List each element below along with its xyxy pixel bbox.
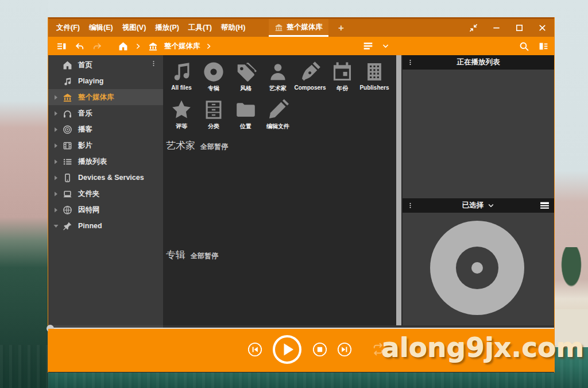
music-note-icon xyxy=(63,76,72,86)
menu-tools[interactable]: 工具(T) xyxy=(188,23,212,33)
redo-icon[interactable] xyxy=(92,41,102,51)
list-view-icon[interactable] xyxy=(540,201,550,210)
sidebar-item-music[interactable]: 音乐 xyxy=(48,105,163,121)
sidebar-item-pinned[interactable]: Pinned xyxy=(48,218,163,234)
drawers-icon xyxy=(203,99,225,121)
sidebar-item-video[interactable]: 影片 xyxy=(48,137,163,153)
expand-arrow-icon[interactable] xyxy=(52,142,60,149)
album-art-placeholder-disc xyxy=(430,221,524,315)
chevron-right-icon[interactable] xyxy=(206,43,212,49)
view-ratings[interactable]: 评等 xyxy=(165,99,198,130)
right-panel: 正在播放列表 已选择 xyxy=(403,55,554,325)
sidebar-item-playlists[interactable]: 播放列表 xyxy=(48,153,163,170)
laptop-icon xyxy=(63,189,72,199)
menu-file[interactable]: 文件(F) xyxy=(56,23,80,33)
view-classification[interactable]: 分类 xyxy=(198,99,230,130)
section-title: 艺术家 xyxy=(166,139,195,152)
bank-icon[interactable] xyxy=(148,41,158,51)
toolbar-left: 整个媒体库 xyxy=(53,37,215,55)
selected-artwork-panel xyxy=(403,213,554,325)
section-title: 专辑 xyxy=(166,248,185,262)
sidebar-toggle-icon[interactable] xyxy=(57,41,67,51)
app-window: 文件(F) 编辑(E) 视图(V) 播放(P) 工具(T) 帮助(H) 整个媒体… xyxy=(48,17,555,372)
toolbar-center xyxy=(363,37,389,55)
view-years[interactable]: 年份 xyxy=(326,61,358,93)
view-all-files[interactable]: All files xyxy=(165,61,198,93)
menu-play[interactable]: 播放(P) xyxy=(155,23,179,33)
menu-edit[interactable]: 编辑(E) xyxy=(89,23,113,33)
main-content: All files 专辑 风格 艺术家 xyxy=(163,55,396,325)
sidebar-item-devices[interactable]: Devices & Services xyxy=(48,170,163,186)
expand-arrow-icon[interactable] xyxy=(52,190,60,198)
skip-previous-icon[interactable] xyxy=(247,342,262,357)
home-icon xyxy=(63,60,72,70)
view-mode-icon[interactable] xyxy=(363,41,373,51)
sidebar-item-podcasts[interactable]: 播客 xyxy=(48,121,163,137)
sidebar-item-playing[interactable]: Playing xyxy=(48,73,163,89)
search-icon[interactable] xyxy=(519,41,529,51)
collapse-arrow-icon[interactable] xyxy=(52,222,60,230)
now-playing-title: 正在播放列表 xyxy=(457,57,500,67)
expand-arrow-icon[interactable] xyxy=(52,206,60,214)
view-albums[interactable]: 专辑 xyxy=(198,61,230,93)
bank-icon xyxy=(274,23,283,32)
panel-menu-icon[interactable] xyxy=(407,201,413,210)
now-playing-header: 正在播放列表 xyxy=(403,55,554,70)
undo-icon[interactable] xyxy=(75,41,84,51)
chevron-right-icon xyxy=(135,43,141,49)
breadcrumb-library[interactable]: 整个媒体库 xyxy=(164,41,200,51)
collapse-icon[interactable] xyxy=(469,24,478,32)
view-composers[interactable]: Composers xyxy=(294,61,326,93)
minimize-icon[interactable] xyxy=(492,24,501,32)
section-action-link[interactable]: 全部暂停 xyxy=(191,251,218,261)
skip-next-icon[interactable] xyxy=(337,342,352,357)
view-genres[interactable]: 风格 xyxy=(230,61,262,93)
view-location[interactable]: 位置 xyxy=(230,99,262,130)
view-publishers[interactable]: Publishers xyxy=(358,61,390,93)
sidebar-item-media-library[interactable]: 整个媒体库 xyxy=(48,89,163,105)
disc-center-dot xyxy=(471,262,483,274)
stop-icon[interactable] xyxy=(312,342,327,357)
playlist-icon xyxy=(63,157,72,167)
expand-arrow-icon[interactable] xyxy=(52,94,60,101)
expand-arrow-icon[interactable] xyxy=(52,126,60,133)
menu-bar: 文件(F) 编辑(E) 视图(V) 播放(P) 工具(T) 帮助(H) xyxy=(56,19,245,37)
title-bar: 文件(F) 编辑(E) 视图(V) 播放(P) 工具(T) 帮助(H) 整个媒体… xyxy=(48,17,554,37)
person-icon xyxy=(267,61,289,83)
wallpaper-left-strip xyxy=(0,0,48,388)
disc-icon xyxy=(203,61,225,83)
tags-icon xyxy=(235,61,257,83)
sidebar-item-internet[interactable]: 因特网 xyxy=(48,202,163,218)
expand-arrow-icon[interactable] xyxy=(52,174,60,182)
chevron-down-icon[interactable] xyxy=(382,43,389,50)
new-tab-button[interactable]: + xyxy=(335,19,347,37)
folder-icon xyxy=(235,99,257,121)
view-grid-row-2: 评等 分类 位置 编辑文件 xyxy=(165,99,294,130)
building-icon xyxy=(363,61,385,83)
calendar-icon xyxy=(331,61,353,83)
sidebar: 首页 Playing 整个媒体库 音乐 xyxy=(48,55,163,325)
view-edit-files[interactable]: 编辑文件 xyxy=(262,99,294,130)
expand-arrow-icon[interactable] xyxy=(52,158,60,166)
maximize-icon[interactable] xyxy=(515,24,524,32)
menu-help[interactable]: 帮助(H) xyxy=(221,23,245,33)
chevron-down-icon[interactable] xyxy=(488,202,494,209)
sidebar-item-home[interactable]: 首页 xyxy=(48,57,163,73)
close-icon[interactable] xyxy=(538,24,547,32)
panel-layout-icon[interactable] xyxy=(539,41,548,51)
tab-media-library[interactable]: 整个媒体库 xyxy=(269,19,328,37)
vertical-scrollbar[interactable] xyxy=(396,55,401,325)
expand-arrow-icon[interactable] xyxy=(52,110,60,117)
now-playing-list[interactable] xyxy=(403,70,554,198)
window-controls xyxy=(469,19,547,37)
home-icon[interactable] xyxy=(118,41,128,51)
toolbar-right xyxy=(519,37,548,55)
view-artists[interactable]: 艺术家 xyxy=(262,61,294,93)
panel-menu-icon[interactable] xyxy=(407,57,413,67)
selected-title: 已选择 xyxy=(462,201,484,210)
play-icon[interactable] xyxy=(272,335,302,364)
section-action-link[interactable]: 全部暂停 xyxy=(200,142,228,152)
menu-view[interactable]: 视图(V) xyxy=(122,23,146,33)
sidebar-item-folders[interactable]: 文件夹 xyxy=(48,186,163,202)
star-icon xyxy=(171,99,192,121)
